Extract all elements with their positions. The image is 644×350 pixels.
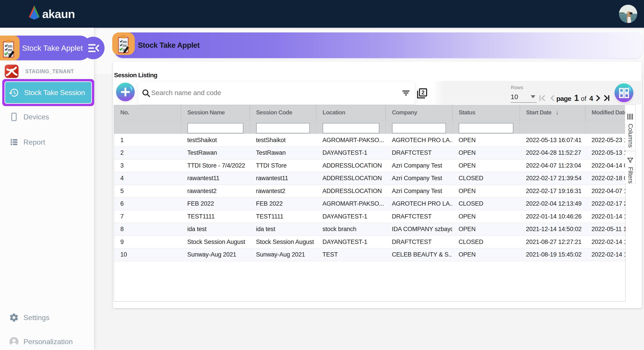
svg-text:2: 2 [422, 89, 425, 95]
